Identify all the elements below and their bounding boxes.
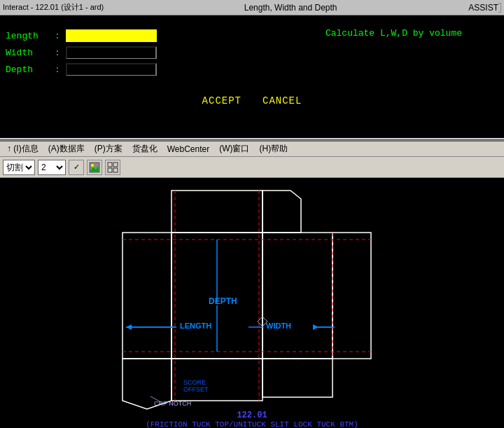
toolbar: 切割 2 ✓	[0, 157, 504, 178]
menu-help[interactable]: (H)帮助	[255, 141, 292, 156]
grid-button[interactable]	[105, 160, 120, 175]
length-label: length	[6, 31, 55, 41]
svg-text:OFFSET: OFFSET	[183, 386, 209, 393]
width-input[interactable]	[66, 46, 157, 59]
svg-text:SCORE: SCORE	[183, 379, 206, 386]
width-label: Width	[6, 48, 55, 58]
box-diagram-svg: SCORE OFFSET DEPTH LENGTH WIDTH CRP NOTC…	[0, 178, 504, 428]
depth-colon: :	[55, 64, 60, 75]
length-colon: :	[55, 31, 60, 41]
accept-button[interactable]: ACCEPT	[202, 95, 241, 106]
canvas-area: SCORE OFFSET DEPTH LENGTH WIDTH CRP NOTC…	[0, 178, 504, 428]
cancel-button[interactable]: CANCEL	[262, 95, 302, 106]
svg-rect-5	[108, 168, 112, 172]
svg-text:122.01: 122.01	[237, 410, 267, 420]
menu-webcenter[interactable]: WebCenter	[163, 143, 214, 156]
width-colon: :	[55, 48, 60, 58]
svg-rect-7	[0, 178, 504, 428]
dialog-buttons: ACCEPT CANCEL	[0, 95, 504, 106]
check-button[interactable]: ✓	[69, 160, 84, 175]
svg-point-1	[91, 164, 94, 167]
assist-label: ASSIST	[468, 3, 498, 13]
svg-rect-3	[108, 163, 112, 167]
menu-bar: ↑ (I)信息 (A)数据库 (P)方案 货盘化 WebCenter (W)窗口…	[0, 141, 504, 157]
dialog-title-bar: Interact - 122.01 (设计1 - ard) Length, Wi…	[0, 0, 504, 15]
menu-pallet[interactable]: 货盘化	[128, 141, 162, 156]
depth-input[interactable]	[66, 63, 157, 76]
svg-text:LENGTH: LENGTH	[180, 322, 211, 330]
app-title: Interact - 122.01 (设计1 - ard)	[3, 2, 104, 13]
dialog-title: Length, Width and Depth	[104, 3, 477, 13]
image-button[interactable]	[87, 160, 102, 175]
svg-text:(FRICTION TUCK TOP/UNITUCK SLI: (FRICTION TUCK TOP/UNITUCK SLIT LOCK TUC…	[146, 420, 358, 428]
number-select[interactable]: 2	[38, 160, 66, 175]
svg-rect-4	[113, 163, 118, 167]
svg-rect-6	[113, 168, 118, 172]
menu-info[interactable]: ↑ (I)信息	[3, 141, 43, 156]
menu-scheme[interactable]: (P)方案	[90, 141, 127, 156]
menu-window[interactable]: (W)窗口	[215, 141, 253, 156]
menu-database[interactable]: (A)数据库	[44, 141, 89, 156]
dialog-area: Calculate L,W,D by volume length : Width…	[0, 15, 504, 138]
depth-row: Depth :	[6, 63, 498, 76]
length-input[interactable]	[66, 29, 157, 42]
depth-label: Depth	[6, 64, 55, 75]
svg-text:DEPTH: DEPTH	[209, 296, 237, 306]
svg-text:WIDTH: WIDTH	[266, 322, 291, 330]
width-row: Width :	[6, 46, 498, 59]
cut-type-select[interactable]: 切割	[3, 160, 35, 175]
calc-label: Calculate L,W,D by volume	[326, 28, 462, 39]
